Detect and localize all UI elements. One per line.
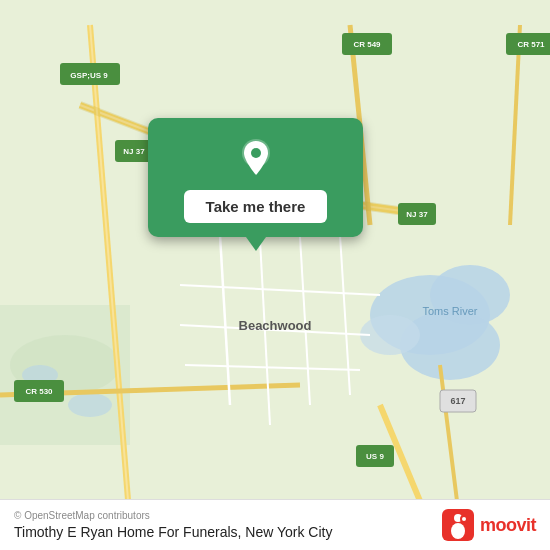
osm-attribution: © OpenStreetMap contributors <box>14 510 332 521</box>
bottom-bar-info: © OpenStreetMap contributors Timothy E R… <box>14 510 332 540</box>
svg-text:GSP;US 9: GSP;US 9 <box>70 71 108 80</box>
svg-text:Toms River: Toms River <box>422 305 477 317</box>
svg-text:NJ 37: NJ 37 <box>123 147 145 156</box>
svg-point-8 <box>68 393 112 417</box>
map-background: GSP;US 9 NJ 37 NJ 37 CR 549 CR 571 CR 53… <box>0 0 550 550</box>
svg-point-57 <box>462 517 466 521</box>
moovit-logo-icon <box>442 509 474 541</box>
map-container: GSP;US 9 NJ 37 NJ 37 CR 549 CR 571 CR 53… <box>0 0 550 550</box>
moovit-brand-name: moovit <box>480 515 536 536</box>
map-pin-icon <box>234 136 278 180</box>
popup-card: Take me there <box>148 118 363 237</box>
location-name: Timothy E Ryan Home For Funerals, New Yo… <box>14 524 332 540</box>
svg-text:617: 617 <box>450 396 465 406</box>
svg-text:Beachwood: Beachwood <box>239 318 312 333</box>
take-me-there-button[interactable]: Take me there <box>184 190 328 223</box>
bottom-bar: © OpenStreetMap contributors Timothy E R… <box>0 499 550 550</box>
svg-point-52 <box>251 148 261 158</box>
moovit-logo: moovit <box>442 509 536 541</box>
svg-text:CR 530: CR 530 <box>25 387 53 396</box>
svg-text:CR 571: CR 571 <box>517 40 545 49</box>
svg-point-55 <box>451 523 465 539</box>
svg-text:NJ 37: NJ 37 <box>406 210 428 219</box>
svg-text:CR 549: CR 549 <box>353 40 381 49</box>
svg-text:US 9: US 9 <box>366 452 384 461</box>
